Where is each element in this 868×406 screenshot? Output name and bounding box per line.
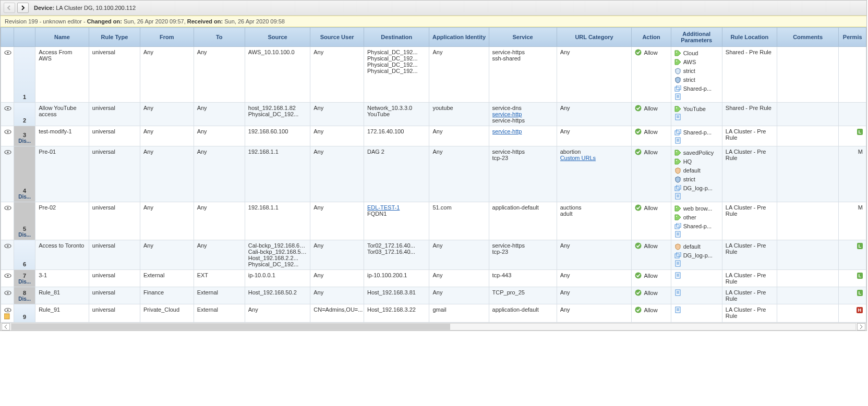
table-row[interactable]: 9Rule_91universalPrivate_CloudExternalAn… xyxy=(1,304,866,323)
column-header[interactable]: Action xyxy=(632,28,671,47)
rule-type-cell: universal xyxy=(89,146,140,202)
comments-cell xyxy=(777,304,839,323)
svg-point-32 xyxy=(676,160,677,161)
cell-line: Any xyxy=(248,306,307,313)
column-header[interactable]: Application Identity xyxy=(429,28,489,47)
table-row[interactable]: 7Dis...3-1universalExternalEXTip-10.0.0.… xyxy=(1,270,866,287)
permission-badge: L xyxy=(857,129,863,135)
table-row[interactable]: 2Allow YouTube accessuniversalAnyAnyhost… xyxy=(1,103,866,126)
nav-back-button[interactable] xyxy=(4,3,15,13)
column-header[interactable]: Additional Parameters xyxy=(671,28,722,47)
visibility-cell[interactable] xyxy=(1,202,14,240)
row-number-cell[interactable]: 2 xyxy=(14,103,35,126)
row-number-cell[interactable]: 4Dis... xyxy=(14,146,35,202)
cell-line: tcp-23 xyxy=(492,155,553,161)
scroll-left-button[interactable] xyxy=(2,323,10,330)
column-header[interactable]: Rule Location xyxy=(722,28,777,47)
cell-line: Tor03_172.16.40... xyxy=(367,249,426,255)
column-header[interactable]: Comments xyxy=(777,28,839,47)
rule-location-cell: LA Cluster - Pre Rule xyxy=(722,287,777,304)
doc-icon xyxy=(674,260,681,267)
row-number-cell[interactable]: 6 xyxy=(14,240,35,270)
row-number-cell[interactable]: 7Dis... xyxy=(14,270,35,287)
cell-line: 192.168.60.100 xyxy=(248,128,307,134)
svg-rect-54 xyxy=(677,252,681,256)
scroll-thumb[interactable] xyxy=(11,324,450,330)
table-row[interactable]: 6Access to TorontouniversalAnyAnyCal-bck… xyxy=(1,240,866,270)
table-row[interactable]: 1Access From AWSuniversalAnyAnyAWS_10.10… xyxy=(1,47,866,103)
column-header[interactable]: Source User xyxy=(310,28,364,47)
from-cell: Any xyxy=(140,202,194,240)
rule-type-cell: universal xyxy=(89,287,140,304)
cell-line: application-default xyxy=(492,306,553,313)
scroll-track[interactable] xyxy=(11,323,856,330)
column-header[interactable]: Rule Type xyxy=(89,28,140,47)
svg-point-67 xyxy=(7,292,8,293)
revision-prefix: Revision 199 - unknown editor - xyxy=(5,18,87,24)
param-line: DG_log-p... xyxy=(674,184,719,193)
visibility-cell[interactable] xyxy=(1,126,14,146)
svg-point-42 xyxy=(676,207,677,208)
cell-line: Any xyxy=(560,128,629,134)
svg-rect-45 xyxy=(677,223,681,227)
visibility-cell[interactable] xyxy=(1,103,14,126)
row-number-cell[interactable]: 1 xyxy=(14,47,35,103)
cell-line: adult xyxy=(560,211,629,217)
link[interactable]: EDL-TEST-1 xyxy=(367,204,400,211)
row-number-cell[interactable]: 9 xyxy=(14,304,35,323)
share-icon xyxy=(674,252,681,259)
column-header[interactable] xyxy=(14,28,35,47)
nav-forward-button[interactable] xyxy=(17,3,29,13)
tag-icon xyxy=(674,106,681,113)
doc-icon xyxy=(674,306,681,313)
scroll-right-button[interactable] xyxy=(857,323,865,330)
column-header[interactable]: To xyxy=(194,28,245,47)
column-header[interactable] xyxy=(1,28,14,47)
visibility-cell[interactable] xyxy=(1,270,14,287)
column-header[interactable]: From xyxy=(140,28,194,47)
link[interactable]: service-http xyxy=(492,128,522,134)
row-number-cell[interactable]: 5Dis... xyxy=(14,202,35,240)
to-cell: Any xyxy=(194,103,245,126)
link[interactable]: service-http xyxy=(492,111,522,117)
visibility-cell[interactable] xyxy=(1,146,14,202)
column-header[interactable]: URL Category xyxy=(557,28,632,47)
row-number-cell[interactable]: 8Dis... xyxy=(14,287,35,304)
column-header[interactable]: Destination xyxy=(364,28,429,47)
check-icon xyxy=(635,272,642,279)
device-label-prefix: Device: xyxy=(34,5,54,11)
tag-icon xyxy=(674,158,681,165)
grid-scroll[interactable]: NameRule TypeFromToSourceSource UserDest… xyxy=(1,27,866,323)
table-row[interactable]: 3Dis...test-modify-1universalAnyAny192.1… xyxy=(1,126,866,146)
cell-line: service-http xyxy=(492,128,553,134)
column-header[interactable]: Permis xyxy=(839,28,866,47)
table-row[interactable]: 5Dis...Pre-02universalAnyAny192.168.1.1A… xyxy=(1,202,866,240)
column-header[interactable]: Name xyxy=(35,28,89,47)
cell-line: Any xyxy=(560,105,629,111)
share-icon xyxy=(674,223,681,230)
name-cell: Rule_91 xyxy=(35,304,89,323)
doc-icon xyxy=(674,231,681,238)
column-header[interactable]: Service xyxy=(489,28,557,47)
row-number-cell[interactable]: 3Dis... xyxy=(14,126,35,146)
visibility-cell[interactable] xyxy=(1,47,14,103)
visibility-cell[interactable] xyxy=(1,240,14,270)
svg-point-43 xyxy=(676,216,677,217)
to-cell: Any xyxy=(194,47,245,103)
cell-line: 192.168.1.1 xyxy=(248,204,307,211)
source-cell: ip-10.0.0.1 xyxy=(245,270,310,287)
link[interactable]: Custom URLs xyxy=(560,155,596,161)
cell-line: Physical_DC_192... xyxy=(248,261,307,267)
destination-cell: Physical_DC_192...Physical_DC_192...Phys… xyxy=(364,47,429,103)
table-row[interactable]: 4Dis...Pre-01universalAnyAny192.168.1.1A… xyxy=(1,146,866,202)
column-header[interactable]: Source xyxy=(245,28,310,47)
rule-type-cell: universal xyxy=(89,240,140,270)
svg-rect-22 xyxy=(675,131,679,135)
visibility-cell[interactable] xyxy=(1,287,14,304)
param-line: default xyxy=(674,242,719,251)
from-cell: Private_Cloud xyxy=(140,304,194,323)
horizontal-scrollbar[interactable] xyxy=(1,323,866,330)
table-row[interactable]: 8Dis...Rule_81universalFinanceExternalHo… xyxy=(1,287,866,304)
visibility-cell[interactable] xyxy=(1,304,14,323)
permission-cell: L xyxy=(839,240,866,270)
